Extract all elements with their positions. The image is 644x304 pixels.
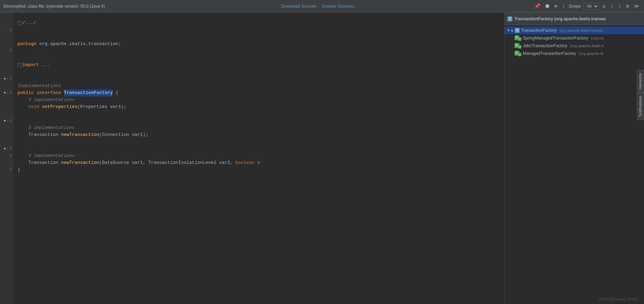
line-num-0: 0 bbox=[0, 166, 12, 173]
hierarchy-item-root[interactable]: ▼ ✱ I TransactionFactory (org.apache.iba… bbox=[505, 27, 644, 34]
code-line-empty9 bbox=[17, 117, 501, 124]
decompiled-info: Decompiled .class file, bytecode version… bbox=[3, 4, 105, 9]
inner-impl-count3: 3 implementations bbox=[28, 152, 75, 159]
method3-var1: var1 bbox=[132, 159, 143, 166]
line-num-9: 9 bbox=[0, 152, 12, 159]
impl-count-header: 3implementations bbox=[17, 82, 61, 89]
hi-root-pkg: (org.apache.ibatis.transac bbox=[559, 28, 604, 32]
pin-icon[interactable]: 📌 bbox=[533, 2, 542, 10]
down-icon-4[interactable]: ↓ bbox=[7, 89, 9, 96]
watermark: CSDN @creazy_Smile bbox=[598, 297, 637, 301]
jdbc-impl-badge: I bbox=[518, 45, 521, 49]
hi-spring-pkg: (org.my bbox=[591, 36, 604, 40]
code-line-impl-header: 3implementations bbox=[17, 82, 501, 89]
hi-spring-name: SpringManagedTransactionFactory bbox=[523, 36, 588, 41]
line-num-6b: ● ↓ 6 bbox=[0, 117, 12, 124]
line-num-impl bbox=[0, 68, 12, 75]
interface-name-selected: TransactionFactory bbox=[64, 89, 113, 96]
code-line-empty10 bbox=[17, 138, 501, 145]
hierarchy-header: I TransactionFactory (org.apache.ibatis.… bbox=[505, 13, 644, 25]
code-line-method1: void setProperties(Properties var1); bbox=[17, 103, 501, 110]
line-num-blank10 bbox=[0, 131, 12, 138]
line-num-impl2 bbox=[0, 82, 12, 89]
hi-root-name: TransactionFactory bbox=[521, 28, 557, 33]
hierarchy-icon[interactable]: ⬢ bbox=[544, 2, 551, 10]
hi-arrow-icon: ▼ bbox=[507, 29, 510, 32]
scope-select[interactable]: All bbox=[584, 3, 599, 10]
hierarchy-root-icon: I bbox=[507, 16, 512, 21]
code-line-inner-impl2: 3 implementations bbox=[17, 124, 501, 131]
method2-return: Transaction bbox=[28, 131, 58, 138]
code-line-empty6 bbox=[17, 68, 501, 75]
line-num-blank5 bbox=[0, 55, 12, 61]
code-line-empty3 bbox=[17, 34, 501, 41]
download-sources-link[interactable]: Download Sources bbox=[281, 4, 316, 9]
line-num-blank4 bbox=[0, 41, 12, 48]
method3-paren: ( bbox=[99, 159, 102, 166]
expand-all-icon[interactable]: ⇧ bbox=[609, 2, 615, 10]
more-icon[interactable]: ≫ bbox=[632, 2, 641, 10]
hierarchy-content[interactable]: ▼ ✱ I TransactionFactory (org.apache.iba… bbox=[505, 25, 644, 304]
hi-star-icon: ✱ bbox=[511, 28, 513, 33]
method3-var3-partial: v bbox=[257, 159, 260, 166]
package-keyword: package bbox=[17, 41, 37, 48]
down-icon-3[interactable]: ↓ bbox=[7, 75, 9, 82]
hi-jdbc-name: JdbcTransactionFactory bbox=[523, 43, 568, 48]
method3-param1: DataSource bbox=[102, 159, 129, 166]
refresh-icon[interactable]: ↻ bbox=[601, 2, 607, 10]
line-num-blank7 bbox=[0, 96, 12, 103]
hi-managed-pkg: (org.apache.ib bbox=[579, 51, 603, 56]
code-line-empty12 bbox=[17, 173, 501, 180]
inner-impl-count1: 3 implementations bbox=[28, 96, 75, 103]
code-line-method2: Transaction newTransaction(Connection va… bbox=[17, 131, 501, 138]
code-line-empty4 bbox=[17, 48, 501, 55]
boolean-keyword: boolean bbox=[235, 159, 255, 166]
down-icon-6[interactable]: ↓ bbox=[7, 117, 9, 124]
line-num-blank2 bbox=[0, 20, 12, 27]
collapse-all-icon[interactable]: ⇩ bbox=[617, 2, 622, 10]
expand-fold-icon[interactable]: + bbox=[17, 21, 22, 25]
hierarchy-item-jdbc[interactable]: C I JdbcTransactionFactory (org.apache.i… bbox=[505, 42, 644, 50]
choose-sources-link[interactable]: Choose Sources... bbox=[322, 4, 357, 9]
package-path: org.apache.ibatis.transaction; bbox=[39, 41, 121, 48]
code-line-empty8 bbox=[17, 110, 501, 117]
line-num-blank11 bbox=[0, 159, 12, 166]
line-num-3: ● ↓ 3 bbox=[0, 75, 12, 82]
code-line-empty2 bbox=[17, 27, 501, 34]
open-brace: { bbox=[116, 89, 118, 96]
code-line-empty1 bbox=[17, 13, 501, 20]
hierarchy-item-spring[interactable]: C I SpringManagedTransactionFactory (org… bbox=[505, 34, 644, 42]
method1-param-type: Properties bbox=[80, 103, 107, 110]
code-line-empty5 bbox=[17, 55, 501, 61]
managed-impl-badge: I bbox=[518, 53, 521, 56]
method2-name: newTransaction bbox=[61, 131, 99, 138]
down-icon-8[interactable]: ↓ bbox=[7, 145, 9, 152]
toolbar-right: 📌 ⬢ ⊕ ↕ Scope: All ↻ ⇧ ⇩ ⚙ ≫ bbox=[533, 2, 641, 10]
method3-param2: TransactionIsolationLevel bbox=[148, 159, 217, 166]
import-dots: ... bbox=[42, 61, 50, 68]
public-keyword: public bbox=[17, 89, 34, 96]
main-content: 6 8 ● ↓ 3 ● ↓ 4 bbox=[0, 13, 644, 304]
line-num-8b: ● ↓ 8 bbox=[0, 145, 12, 152]
sort-down-icon[interactable]: ↕ bbox=[561, 3, 566, 10]
code-container: 6 8 ● ↓ 3 ● ↓ 4 bbox=[0, 13, 504, 304]
notifications-side-tab[interactable]: Notifications bbox=[637, 93, 644, 120]
code-content[interactable]: + /.../ package org.apache.ibatis.transa… bbox=[14, 13, 504, 304]
settings-icon[interactable]: ⚙ bbox=[625, 2, 630, 10]
hierarchy-item-managed[interactable]: C I ManagedTransactionFactory (org.apach… bbox=[505, 50, 644, 57]
code-line-empty13 bbox=[17, 180, 501, 187]
method1-name: setProperties bbox=[42, 103, 77, 110]
scope-label: Scope: bbox=[569, 4, 581, 9]
code-line-interface: public interface TransactionFactory { bbox=[17, 89, 501, 96]
method3-return: Transaction bbox=[28, 159, 58, 166]
method2-paren: ( bbox=[99, 131, 102, 138]
code-line-closing: } bbox=[17, 166, 501, 173]
line-num-blank8 bbox=[0, 103, 12, 110]
line-num-6: 6 bbox=[0, 27, 12, 34]
import-fold-icon[interactable]: + bbox=[17, 63, 22, 67]
method1-close: ); bbox=[121, 103, 127, 110]
method2-close: ); bbox=[143, 131, 148, 138]
locate-icon[interactable]: ⊕ bbox=[553, 2, 558, 10]
hierarchy-side-tab[interactable]: Hierarchy bbox=[637, 70, 644, 93]
impl-icon-4: ● bbox=[4, 89, 6, 96]
